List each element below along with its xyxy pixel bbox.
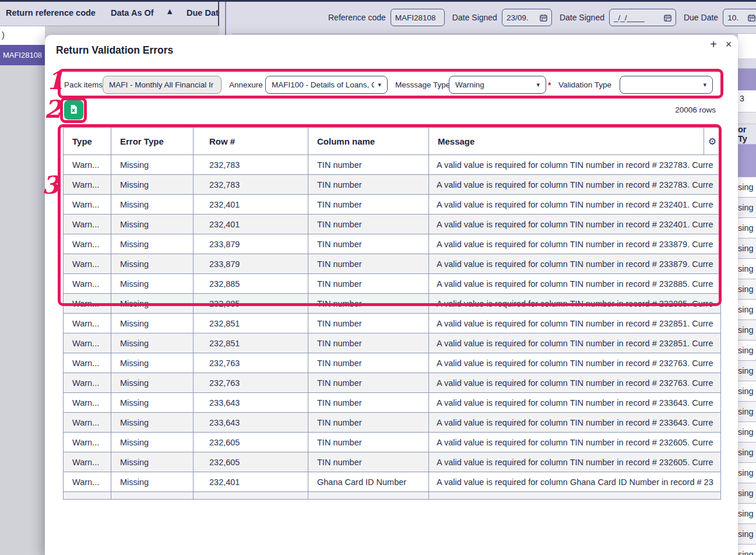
background-row-fragment: sing (738, 421, 756, 442)
toolbar-field: Reference codeMAFI28108 (328, 9, 445, 26)
toolbar-field-label: Date Signed (560, 13, 604, 22)
toolbar-field-input[interactable]: MAFI28108 (391, 9, 445, 26)
validation-type-label: Validation Type (558, 76, 611, 94)
table-row[interactable]: Warn...Missing233,643TIN numberA valid v… (64, 413, 721, 433)
cell-col-type: Warn... (64, 294, 111, 314)
table-row[interactable]: Warn...Missing232,783TIN numberA valid v… (64, 155, 721, 175)
column-header-col-type[interactable]: Type (64, 128, 111, 155)
calendar-icon[interactable] (540, 14, 547, 22)
table-row[interactable]: Warn...Missing232,401TIN numberA valid v… (64, 215, 721, 234)
errors-grid: TypeError TypeRow #Column nameMessage⚙ W… (63, 127, 721, 500)
table-row[interactable]: Warn...Missing232,851TIN numberA valid v… (64, 333, 721, 353)
cell-col-msg: A valid value is required for column TIN… (429, 155, 721, 175)
cell-col-row: 232,783 (194, 155, 308, 175)
table-row[interactable]: Warn...Missing232,401Ghana Card ID Numbe… (64, 472, 721, 492)
message-type-select[interactable]: Warning ▾ (449, 76, 546, 94)
vertical-divider (225, 2, 226, 35)
excel-export-icon (69, 104, 79, 116)
cell-col-msg: A valid value is required for column TIN… (429, 413, 721, 433)
cell-col-error: Missing (111, 433, 194, 452)
cell-col-name: TIN number (308, 373, 429, 393)
column-header-due-date[interactable]: Due Date (187, 8, 223, 17)
tab-mafi28108[interactable]: MAFI28108 (0, 45, 45, 65)
table-row[interactable]: Warn...Missing232,763TIN numberA valid v… (64, 373, 721, 393)
dialog-title: Return Validation Errors (56, 44, 173, 57)
column-header-return-reference-code[interactable]: Return reference code (6, 8, 96, 17)
toolbar-field-label: Due Date (684, 13, 718, 22)
cell-col-type: Warn... (64, 215, 111, 234)
table-row[interactable]: Warn...Missing232,763TIN numberA valid v… (64, 353, 721, 373)
calendar-icon[interactable] (664, 14, 671, 22)
sort-asc-icon[interactable]: ▲ (167, 8, 172, 15)
background-grid-header: Return reference code Data As Of ▲ Due D… (0, 2, 219, 26)
table-row[interactable]: Warn...Missing232,605TIN numberA valid v… (64, 433, 721, 452)
validation-type-select[interactable]: ▾ (620, 76, 713, 94)
gear-icon[interactable]: ⚙ (708, 136, 716, 147)
column-header-col-error[interactable]: Error Type (111, 128, 194, 155)
cell-col-name: Ghana Card ID Number (308, 472, 429, 492)
cell-col-type: Warn... (64, 433, 111, 452)
table-row[interactable]: Warn...Missing232,783TIN numberA valid v… (64, 175, 721, 195)
background-row-fragment: sing (738, 177, 756, 197)
cell-col-type: Warn... (64, 413, 111, 433)
cell-col-error: Missing (111, 155, 194, 175)
background-row-fragment: sing (738, 442, 756, 462)
cell-empty (308, 492, 429, 500)
background-row-fragment: sing (738, 238, 756, 258)
table-row[interactable]: Warn...Missing233,643TIN numberA valid v… (64, 393, 721, 413)
rows-count-label: 20006 rows (628, 106, 716, 114)
cell-col-error: Missing (111, 333, 194, 353)
calendar-icon[interactable] (748, 14, 755, 22)
table-row[interactable]: Warn...Missing233,879TIN numberA valid v… (64, 234, 721, 254)
cell-col-error: Missing (111, 472, 194, 492)
cell-col-msg: A valid value is required for column TIN… (429, 175, 721, 195)
expand-icon[interactable]: + (707, 38, 720, 51)
cell-col-name: TIN number (308, 195, 429, 215)
annexure-value: MAFI100 - Details of Loans, Ov (272, 80, 374, 89)
toolbar-field-input[interactable]: 10. (723, 9, 756, 26)
chevron-down-icon: ▾ (703, 81, 706, 89)
background-count-fragment: 3 (740, 94, 744, 103)
close-icon[interactable]: × (722, 38, 735, 51)
background-left-gutter (0, 65, 45, 555)
column-header-col-row[interactable]: Row # (194, 128, 308, 155)
annexure-label: Annexure (229, 76, 263, 94)
annexure-select[interactable]: MAFI100 - Details of Loans, Ov ▾ (265, 76, 388, 94)
toolbar-field-input[interactable]: _/_/____ (609, 9, 676, 26)
cell-empty (64, 492, 111, 500)
cell-col-error: Missing (111, 274, 194, 294)
pack-items-value: MAFI - Monthly All Financial Ir (109, 80, 213, 89)
cell-col-error: Missing (111, 452, 194, 472)
cell-col-type: Warn... (64, 274, 111, 294)
toolbar-field-input[interactable]: 23/09. (502, 9, 552, 26)
background-row-fragment: sing (738, 503, 756, 524)
background-row-fragment: sing (738, 524, 756, 544)
table-row[interactable]: Warn...Missing232,885TIN numberA valid v… (64, 274, 721, 294)
pack-items-input[interactable]: MAFI - Monthly All Financial Ir (103, 76, 221, 94)
export-excel-button[interactable] (64, 100, 83, 120)
table-row[interactable]: Warn...Missing232,401TIN numberA valid v… (64, 195, 721, 215)
column-header-col-msg[interactable]: Message (429, 128, 704, 155)
screen: Return reference code Data As Of ▲ Due D… (0, 0, 756, 555)
column-header-col-name[interactable]: Column name (308, 128, 429, 155)
cell-col-row: 232,605 (194, 452, 308, 472)
cell-col-row: 232,783 (194, 175, 308, 195)
cell-col-msg: A valid value is required for column TIN… (429, 333, 721, 353)
table-row[interactable]: Warn...Missing232,885TIN numberA valid v… (64, 294, 721, 314)
grid-header-row: TypeError TypeRow #Column nameMessage⚙ (64, 128, 721, 155)
cell-col-name: TIN number (308, 155, 429, 175)
table-row[interactable]: Warn...Missing233,879TIN numberA valid v… (64, 254, 721, 274)
background-panel-divider (219, 2, 232, 35)
cell-col-error: Missing (111, 353, 194, 373)
background-grid-right-strip: 3 or Ty singsingsingsingsingsingsingsing… (738, 34, 756, 555)
cell-col-type: Warn... (64, 314, 111, 333)
table-row[interactable]: Warn...Missing232,605TIN numberA valid v… (64, 452, 721, 472)
column-header-data-as-of[interactable]: Data As Of (111, 8, 154, 17)
toolbar-field: Due Date10. (684, 9, 756, 26)
table-row[interactable]: Warn...Missing232,851TIN numberA valid v… (64, 314, 721, 333)
cell-col-name: TIN number (308, 393, 429, 413)
background-toolbar: Reference codeMAFI28108Date Signed23/09.… (232, 2, 756, 34)
cell-col-msg: A valid value is required for column TIN… (429, 353, 721, 373)
toolbar-field: Date Signed23/09. (452, 9, 552, 26)
toolbar-field: Date Signed_/_/____ (560, 9, 676, 26)
